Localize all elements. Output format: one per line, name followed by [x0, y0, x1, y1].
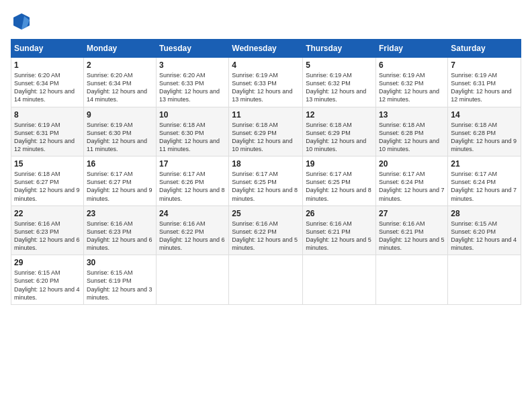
day-number: 30	[87, 258, 153, 267]
day-number: 25	[232, 209, 300, 218]
calendar-week-row: 22 Sunrise: 6:16 AMSunset: 6:23 PMDaylig…	[11, 205, 521, 255]
calendar-cell: 26 Sunrise: 6:16 AMSunset: 6:21 PMDaylig…	[303, 205, 376, 255]
calendar-cell: 7 Sunrise: 6:19 AMSunset: 6:31 PMDayligh…	[448, 58, 521, 107]
day-info: Sunrise: 6:17 AMSunset: 6:25 PMDaylight:…	[306, 170, 373, 203]
calendar-cell: 11 Sunrise: 6:18 AMSunset: 6:29 PMDaylig…	[229, 107, 303, 156]
day-number: 14	[451, 110, 518, 120]
day-number: 28	[451, 209, 518, 218]
day-number: 10	[159, 110, 226, 120]
day-info: Sunrise: 6:17 AMSunset: 6:26 PMDaylight:…	[159, 170, 226, 203]
day-info: Sunrise: 6:16 AMSunset: 6:22 PMDaylight:…	[232, 220, 300, 253]
calendar-cell	[448, 255, 521, 305]
logo-icon	[11, 11, 32, 32]
day-info: Sunrise: 6:16 AMSunset: 6:22 PMDaylight:…	[159, 220, 226, 253]
calendar-cell: 1 Sunrise: 6:20 AMSunset: 6:34 PMDayligh…	[11, 58, 84, 107]
day-info: Sunrise: 6:17 AMSunset: 6:24 PMDaylight:…	[451, 170, 518, 203]
calendar-day-header: Sunday	[11, 40, 84, 58]
day-number: 3	[159, 60, 226, 70]
day-info: Sunrise: 6:15 AMSunset: 6:20 PMDaylight:…	[451, 220, 518, 253]
day-number: 27	[379, 209, 445, 218]
calendar-cell	[229, 255, 303, 305]
calendar-week-row: 1 Sunrise: 6:20 AMSunset: 6:34 PMDayligh…	[11, 58, 521, 107]
day-info: Sunrise: 6:18 AMSunset: 6:27 PMDaylight:…	[14, 170, 81, 203]
day-info: Sunrise: 6:16 AMSunset: 6:23 PMDaylight:…	[14, 220, 81, 253]
calendar-day-header: Saturday	[448, 40, 521, 58]
day-number: 21	[451, 159, 518, 169]
day-info: Sunrise: 6:17 AMSunset: 6:24 PMDaylight:…	[379, 170, 445, 203]
day-number: 9	[87, 110, 153, 120]
calendar-cell	[376, 255, 448, 305]
calendar-cell: 4 Sunrise: 6:19 AMSunset: 6:33 PMDayligh…	[229, 58, 303, 107]
day-number: 29	[14, 258, 81, 267]
day-info: Sunrise: 6:15 AMSunset: 6:20 PMDaylight:…	[14, 269, 81, 302]
calendar-cell: 13 Sunrise: 6:18 AMSunset: 6:28 PMDaylig…	[376, 107, 448, 156]
day-info: Sunrise: 6:20 AMSunset: 6:34 PMDaylight:…	[87, 71, 153, 104]
day-info: Sunrise: 6:16 AMSunset: 6:21 PMDaylight:…	[306, 220, 373, 253]
calendar-cell: 16 Sunrise: 6:17 AMSunset: 6:27 PMDaylig…	[83, 156, 156, 206]
day-info: Sunrise: 6:18 AMSunset: 6:28 PMDaylight:…	[451, 121, 518, 154]
logo	[11, 11, 35, 32]
day-info: Sunrise: 6:20 AMSunset: 6:34 PMDaylight:…	[14, 71, 81, 104]
calendar-cell: 12 Sunrise: 6:18 AMSunset: 6:29 PMDaylig…	[303, 107, 376, 156]
calendar-cell: 6 Sunrise: 6:19 AMSunset: 6:32 PMDayligh…	[376, 58, 448, 107]
day-number: 11	[232, 110, 300, 120]
day-number: 8	[14, 110, 81, 120]
calendar-cell: 17 Sunrise: 6:17 AMSunset: 6:26 PMDaylig…	[157, 156, 229, 206]
day-number: 18	[232, 159, 300, 169]
day-info: Sunrise: 6:18 AMSunset: 6:28 PMDaylight:…	[379, 121, 445, 154]
day-number: 13	[379, 110, 445, 120]
calendar-cell: 23 Sunrise: 6:16 AMSunset: 6:23 PMDaylig…	[83, 205, 156, 255]
day-number: 19	[306, 159, 373, 169]
day-info: Sunrise: 6:19 AMSunset: 6:30 PMDaylight:…	[87, 121, 153, 154]
day-info: Sunrise: 6:19 AMSunset: 6:32 PMDaylight:…	[306, 71, 373, 104]
day-info: Sunrise: 6:17 AMSunset: 6:27 PMDaylight:…	[87, 170, 153, 203]
calendar-cell: 2 Sunrise: 6:20 AMSunset: 6:34 PMDayligh…	[83, 58, 156, 107]
day-number: 24	[159, 209, 226, 218]
calendar-day-header: Tuesday	[157, 40, 229, 58]
day-number: 6	[379, 60, 445, 70]
day-info: Sunrise: 6:16 AMSunset: 6:23 PMDaylight:…	[87, 220, 153, 253]
day-info: Sunrise: 6:19 AMSunset: 6:33 PMDaylight:…	[232, 71, 300, 104]
calendar-cell: 5 Sunrise: 6:19 AMSunset: 6:32 PMDayligh…	[303, 58, 376, 107]
calendar-cell: 27 Sunrise: 6:16 AMSunset: 6:21 PMDaylig…	[376, 205, 448, 255]
calendar-day-header: Monday	[83, 40, 156, 58]
calendar-cell: 9 Sunrise: 6:19 AMSunset: 6:30 PMDayligh…	[83, 107, 156, 156]
day-info: Sunrise: 6:16 AMSunset: 6:21 PMDaylight:…	[379, 220, 445, 253]
day-number: 12	[306, 110, 373, 120]
day-number: 15	[14, 159, 81, 169]
day-info: Sunrise: 6:20 AMSunset: 6:33 PMDaylight:…	[159, 71, 226, 104]
calendar-cell: 8 Sunrise: 6:19 AMSunset: 6:31 PMDayligh…	[11, 107, 84, 156]
calendar-cell	[303, 255, 376, 305]
calendar-week-row: 8 Sunrise: 6:19 AMSunset: 6:31 PMDayligh…	[11, 107, 521, 156]
calendar-week-row: 29 Sunrise: 6:15 AMSunset: 6:20 PMDaylig…	[11, 255, 521, 305]
day-info: Sunrise: 6:18 AMSunset: 6:29 PMDaylight:…	[306, 121, 373, 154]
calendar-cell: 24 Sunrise: 6:16 AMSunset: 6:22 PMDaylig…	[157, 205, 229, 255]
calendar-cell: 15 Sunrise: 6:18 AMSunset: 6:27 PMDaylig…	[11, 156, 84, 206]
calendar-cell: 22 Sunrise: 6:16 AMSunset: 6:23 PMDaylig…	[11, 205, 84, 255]
calendar-cell: 19 Sunrise: 6:17 AMSunset: 6:25 PMDaylig…	[303, 156, 376, 206]
calendar-day-header: Friday	[376, 40, 448, 58]
calendar-day-header: Wednesday	[229, 40, 303, 58]
page-container: SundayMondayTuesdayWednesdayThursdayFrid…	[0, 0, 532, 310]
day-info: Sunrise: 6:19 AMSunset: 6:31 PMDaylight:…	[14, 121, 81, 154]
day-number: 1	[14, 60, 81, 70]
day-number: 23	[87, 209, 153, 218]
calendar-cell: 21 Sunrise: 6:17 AMSunset: 6:24 PMDaylig…	[448, 156, 521, 206]
calendar-cell: 10 Sunrise: 6:18 AMSunset: 6:30 PMDaylig…	[157, 107, 229, 156]
day-number: 22	[14, 209, 81, 218]
calendar-week-row: 15 Sunrise: 6:18 AMSunset: 6:27 PMDaylig…	[11, 156, 521, 206]
calendar-day-header: Thursday	[303, 40, 376, 58]
day-info: Sunrise: 6:15 AMSunset: 6:19 PMDaylight:…	[87, 269, 153, 302]
calendar-cell: 25 Sunrise: 6:16 AMSunset: 6:22 PMDaylig…	[229, 205, 303, 255]
day-info: Sunrise: 6:19 AMSunset: 6:31 PMDaylight:…	[451, 71, 518, 104]
calendar-cell: 18 Sunrise: 6:17 AMSunset: 6:25 PMDaylig…	[229, 156, 303, 206]
calendar-cell: 28 Sunrise: 6:15 AMSunset: 6:20 PMDaylig…	[448, 205, 521, 255]
calendar-cell: 20 Sunrise: 6:17 AMSunset: 6:24 PMDaylig…	[376, 156, 448, 206]
day-number: 4	[232, 60, 300, 70]
day-number: 16	[87, 159, 153, 169]
day-number: 2	[87, 60, 153, 70]
day-info: Sunrise: 6:18 AMSunset: 6:29 PMDaylight:…	[232, 121, 300, 154]
calendar-cell	[157, 255, 229, 305]
day-number: 5	[306, 60, 373, 70]
day-number: 7	[451, 60, 518, 70]
